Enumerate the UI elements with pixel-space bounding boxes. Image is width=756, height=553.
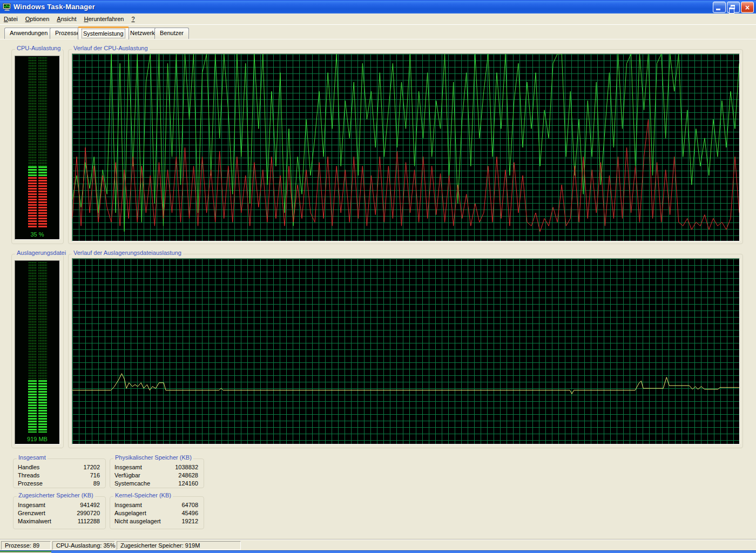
- stat-row: Nicht ausgelagert19212: [110, 517, 204, 525]
- stat-value: 45496: [181, 509, 198, 517]
- stat-label: Insgesamt: [114, 501, 142, 509]
- start-button-sliver[interactable]: [0, 551, 51, 553]
- cpu-history-grid: [72, 54, 739, 241]
- menu-item-herunterfahren[interactable]: Herunterfahren: [80, 15, 127, 23]
- stat-row: Grenzwert2990720: [14, 509, 105, 517]
- stat-value: 124160: [178, 480, 198, 488]
- stat-label: Systemcache: [114, 480, 150, 488]
- taskbar-strip: [0, 550, 756, 553]
- stat-value: 2990720: [77, 509, 100, 517]
- stat-value: 248628: [178, 471, 198, 480]
- stat-row: Ausgelagert45496: [110, 509, 204, 517]
- cpu-history-caption: Verlauf der CPU-Auslastung: [72, 45, 150, 51]
- stat-label: Maximalwert: [18, 517, 51, 525]
- cpu-gauge-panel: 35 %: [15, 56, 60, 240]
- stat-row: Verfügbar248628: [110, 471, 204, 480]
- stat-label: Ausgelagert: [114, 509, 146, 517]
- stat-value: 89: [93, 480, 100, 488]
- task-manager-window: Windows Task-Manager × Datei Optionen An…: [0, 0, 756, 553]
- stat-label: Insgesamt: [114, 463, 142, 471]
- pagefile-history-panel: [72, 258, 740, 444]
- stat-row: Insgesamt1038832: [110, 463, 204, 471]
- tab-anwendungen[interactable]: Anwendungen: [4, 28, 53, 39]
- minimize-icon: [716, 9, 720, 10]
- cpu-gauge-column-gap: [37, 57, 38, 228]
- pagefile-history-caption: Verlauf der Auslagerungsdateiauslastung: [72, 249, 183, 256]
- yellow-line: [72, 374, 739, 394]
- statusbar-commit-charge: Zugesicherter Speicher: 919M: [117, 541, 241, 550]
- stat-label: Nicht ausgelagert: [114, 517, 161, 525]
- stat-label: Verfügbar: [114, 471, 140, 480]
- totals-caption: Insgesamt: [17, 454, 48, 461]
- stat-row: Insgesamt941492: [14, 501, 105, 509]
- task-manager-app-icon[interactable]: [3, 3, 11, 11]
- commit-charge-caption: Zugesicherter Speicher (KB): [17, 492, 95, 498]
- groupbox-commit-charge: Zugesicherter Speicher (KB) Insgesamt941…: [13, 496, 106, 529]
- kernel-memory-caption: Kernel-Speicher (KB): [113, 492, 173, 498]
- stat-row: Threads716: [14, 471, 105, 480]
- cpu-gauge-led: [28, 57, 47, 228]
- titlebar: Windows Task-Manager ×: [0, 0, 756, 14]
- stat-value: 716: [90, 471, 100, 480]
- groupbox-totals: Insgesamt Handles17202 Threads716 Prozes…: [13, 458, 106, 488]
- tab-strip: Anwendungen Prozesse Systemleistung Netz…: [0, 27, 756, 39]
- physical-memory-caption: Physikalischer Speicher (KB): [113, 454, 193, 461]
- stat-row: Insgesamt64708: [110, 501, 204, 509]
- groupbox-kernel-memory: Kernel-Speicher (KB) Insgesamt64708 Ausg…: [110, 496, 204, 529]
- red-line: [72, 119, 739, 232]
- cpu-gauge-caption: CPU-Auslastung: [15, 45, 62, 51]
- tab-systemleistung[interactable]: Systemleistung: [78, 26, 129, 39]
- close-icon: ×: [741, 3, 753, 12]
- menu-item-ansicht[interactable]: Ansicht: [53, 15, 80, 23]
- stat-label: Threads: [18, 471, 39, 480]
- stat-value: 17202: [83, 463, 100, 471]
- statusbar-processes: Prozesse: 89: [1, 541, 51, 550]
- statusbar-cpu-usage: CPU-Auslastung: 35%: [52, 541, 115, 550]
- stat-value: 19212: [181, 517, 198, 525]
- stat-value: 1038832: [175, 463, 198, 471]
- stat-row: Handles17202: [14, 463, 105, 471]
- statusbar: Prozesse: 89 CPU-Auslastung: 35% Zugesic…: [0, 539, 756, 550]
- stat-value: 64708: [181, 501, 198, 509]
- groupbox-physical-memory: Physikalischer Speicher (KB) Insgesamt10…: [110, 458, 204, 488]
- menu-item-optionen[interactable]: Optionen: [22, 15, 53, 23]
- restore-button[interactable]: [727, 2, 740, 13]
- stat-value: 1112288: [78, 517, 100, 525]
- stat-value: 941492: [80, 501, 100, 509]
- pagefile-gauge-led: [28, 262, 47, 433]
- pagefile-gauge-column-gap: [37, 262, 38, 433]
- stat-label: Insgesamt: [18, 501, 45, 509]
- stat-row: Maximalwert1112288: [14, 517, 105, 525]
- close-button[interactable]: ×: [741, 2, 754, 13]
- cpu-history-panel: [72, 53, 740, 241]
- pagefile-history-grid: [72, 259, 739, 444]
- menu-item-hilfe[interactable]: ?: [127, 15, 138, 23]
- tab-benutzer[interactable]: Benutzer: [154, 28, 189, 39]
- stat-row: Systemcache124160: [110, 480, 204, 488]
- pagefile-gauge-caption: Auslagerungsdatei: [15, 249, 68, 256]
- stat-label: Handles: [18, 463, 39, 471]
- pagefile-history-chart: [72, 259, 739, 444]
- minimize-button[interactable]: [713, 2, 726, 13]
- menubar: Datei Optionen Ansicht Herunterfahren ?: [0, 14, 756, 25]
- cpu-history-chart: [72, 54, 739, 241]
- stat-label: Grenzwert: [18, 509, 45, 517]
- pagefile-gauge-panel: 919 MB: [15, 260, 60, 444]
- stat-row: Prozesse89: [14, 480, 105, 488]
- restore-icon: [731, 5, 735, 9]
- menu-item-datei[interactable]: Datei: [0, 15, 22, 23]
- cpu-gauge-value: 35 %: [15, 231, 59, 238]
- window-title: Windows Task-Manager: [14, 3, 95, 11]
- stat-label: Prozesse: [18, 480, 43, 488]
- pagefile-gauge-value: 919 MB: [15, 436, 59, 442]
